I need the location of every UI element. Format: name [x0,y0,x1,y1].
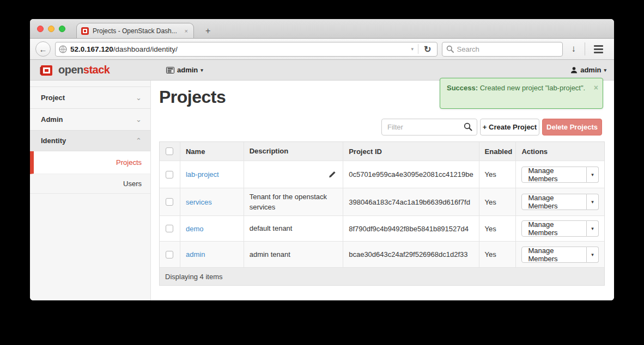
search-icon [446,45,454,53]
select-all-checkbox[interactable] [166,147,173,155]
browser-window: Projects - OpenStack Dash... × + ← 52.0.… [30,19,614,300]
desktop-background: Projects - OpenStack Dash... × + ← 52.0.… [0,0,644,345]
sidebar-item-admin[interactable]: Admin ⌄ [30,109,150,131]
logo-text: openstack [58,64,110,76]
alert-text: Created new project "lab-project". [478,84,585,92]
sidebar-item-projects[interactable]: Projects [30,151,150,174]
enabled-text: Yes [479,188,517,215]
sidebar-item-label: Admin [41,115,63,124]
url-text[interactable]: 52.0.167.120/dashboard/identity/ [70,45,407,53]
caret-down-icon: ▾ [201,67,203,73]
close-icon[interactable]: × [594,82,598,93]
row-checkbox[interactable] [166,198,173,206]
browser-search-input[interactable] [457,45,558,53]
chevron-up-icon: ⌃ [136,137,142,145]
manage-members-button[interactable]: Manage Members [521,220,587,237]
table-toolbar: + Create Project Delete Projects [151,119,614,135]
filter-search-icon[interactable] [464,122,472,131]
create-project-button[interactable]: + Create Project [480,119,539,135]
browser-search-box[interactable] [442,42,563,57]
table-row: lab-project 0c5701e959ca4e3095e2081cc412… [160,161,604,188]
project-id-text: bcae30d643c24af29f526968dc1d2f33 [343,242,479,267]
table-row: services Tenant for the openstack servic… [160,188,604,216]
page-title: Projects [159,87,226,107]
delete-projects-button[interactable]: Delete Projects [542,119,602,135]
sidebar-item-identity[interactable]: Identity ⌃ [30,131,150,151]
table-row: demo default tenant 8f790df9c4b9492f8be5… [160,216,604,242]
filter-input[interactable] [381,119,477,135]
row-actions: Manage Members ▾ [521,194,599,210]
column-header-name: Name [180,142,244,161]
url-separator [418,44,418,54]
browser-tab[interactable]: Projects - OpenStack Dash... × [76,23,194,38]
project-link[interactable]: services [186,198,212,206]
reload-icon[interactable]: ↻ [422,44,433,54]
column-header-enabled: Enabled [479,142,517,161]
row-actions: Manage Members ▾ [521,220,599,237]
sidebar-item-users[interactable]: Users [30,174,150,194]
minimize-window-button[interactable] [48,26,54,32]
sidebar-item-label: Identity [41,137,66,145]
actions-caret-button[interactable]: ▾ [587,220,599,237]
row-actions: Manage Members ▾ [521,247,599,263]
globe-icon [59,45,67,53]
sidebar-item-label: Project [41,94,65,102]
enabled-text: Yes [479,161,517,188]
sidebar-top-strip [30,81,150,87]
description-text: admin tenant [250,249,290,260]
manage-members-button[interactable]: Manage Members [521,194,587,210]
toolbar-separator [585,42,585,56]
project-switcher-label: admin [177,66,198,74]
url-bar[interactable]: 52.0.167.120/dashboard/identity/ ▾ ↻ [55,42,438,57]
back-button[interactable]: ← [35,41,51,57]
zoom-window-button[interactable] [59,26,65,32]
column-header-actions: Actions [516,142,604,161]
main-area: Project ⌄ Admin ⌄ Identity ⌃ Projects Us… [30,81,614,300]
hamburger-menu-icon[interactable] [590,45,609,53]
project-link[interactable]: admin [186,250,205,258]
user-menu-label: admin [580,66,601,74]
browser-titlebar: Projects - OpenStack Dash... × + [30,19,614,39]
table-row: admin admin tenant bcae30d643c24af29f526… [160,242,604,268]
user-icon [570,66,578,73]
row-actions: Manage Members ▾ [521,167,599,183]
download-icon[interactable]: ↓ [567,44,581,54]
project-switcher-dropdown[interactable]: admin ▾ [166,66,203,74]
user-menu-dropdown[interactable]: admin ▾ [570,66,606,74]
project-id-text: 8f790df9c4b9492f8be5841b891527d4 [343,216,479,241]
actions-caret-button[interactable]: ▾ [587,167,599,183]
column-header-project-id: Project ID [343,142,479,161]
chevron-down-icon: ⌄ [136,94,142,102]
project-switcher-icon [166,67,174,73]
column-header-description: Description [244,142,344,161]
row-checkbox[interactable] [166,171,173,178]
actions-caret-button[interactable]: ▾ [587,194,599,210]
close-window-button[interactable] [37,26,44,32]
enabled-text: Yes [479,242,517,267]
table-footer-text: Displaying 4 items [160,268,228,285]
openstack-logo[interactable]: openstack [30,63,110,77]
content-panel: Projects Success: Created new project "l… [151,81,614,300]
url-domain: 52.0.167.120 [70,45,113,53]
projects-table: Name Description Project ID Enabled Acti… [159,141,605,286]
project-link[interactable]: demo [186,225,204,233]
url-dropdown-icon[interactable]: ▾ [410,46,415,52]
row-checkbox[interactable] [166,251,173,258]
actions-caret-button[interactable]: ▾ [587,247,599,263]
enabled-text: Yes [479,216,517,241]
table-footer: Displaying 4 items [160,268,604,285]
manage-members-button[interactable]: Manage Members [521,167,587,183]
success-alert: Success: Created new project "lab-projec… [440,78,603,109]
new-tab-button[interactable]: + [200,25,216,37]
manage-members-button[interactable]: Manage Members [521,247,587,263]
tab-close-icon[interactable]: × [184,28,189,34]
sidebar: Project ⌄ Admin ⌄ Identity ⌃ Projects Us… [30,81,151,300]
window-controls [37,26,65,32]
row-checkbox[interactable] [166,225,173,232]
alert-strong-text: Success: [447,84,478,92]
project-link[interactable]: lab-project [186,170,219,178]
description-text: default tenant [250,223,293,234]
tab-title: Projects - OpenStack Dash... [93,27,180,35]
edit-pencil-icon[interactable] [328,170,336,178]
sidebar-item-project[interactable]: Project ⌄ [30,87,150,109]
